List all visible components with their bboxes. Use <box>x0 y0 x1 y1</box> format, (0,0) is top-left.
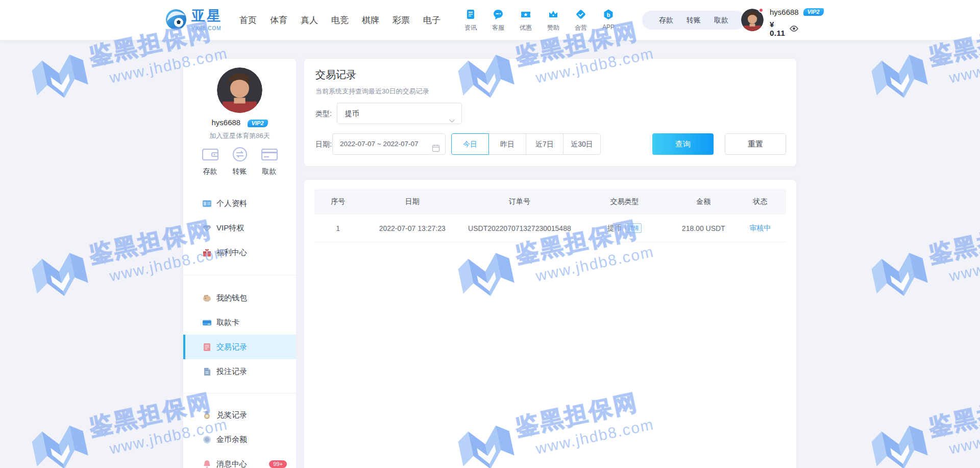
preset-30days[interactable]: 近30日 <box>563 133 601 155</box>
page-title: 交易记录 <box>315 68 356 82</box>
sidebar-item-profile[interactable]: 个人资料 <box>183 191 296 216</box>
preset-today[interactable]: 今日 <box>451 133 489 155</box>
sidebar-item-coin-balance[interactable]: 金币余额 <box>183 427 296 452</box>
profile-name: hys6688 <box>211 118 240 127</box>
sidebar-item-prize-records[interactable]: 兑奖记录 <box>183 403 296 427</box>
handshake-icon <box>575 13 586 21</box>
nav-slots[interactable]: 电子 <box>416 14 447 26</box>
page-subtitle: 当前系统支持查询最近30日的交易记录 <box>315 87 429 96</box>
table-row: 1 2022-07-07 13:27:23 USDT20220707132723… <box>314 215 786 242</box>
service-label: 资讯 <box>458 24 483 32</box>
sponsor-shortcut[interactable]: 赞助 <box>541 0 566 40</box>
card-outline-icon <box>261 155 278 163</box>
sidebar-item-label: 福利中心 <box>216 248 247 258</box>
app-shortcut[interactable]: b APP <box>596 0 621 40</box>
sidebar-menu: 个人资料 VIP特权 福利中心 我的钱包 取款卡 交易记录 <box>183 191 296 468</box>
transfer-link[interactable]: 转账 <box>687 16 701 25</box>
service-shortcuts: 资讯 客服 优惠 赞助 合营 b <box>458 0 624 40</box>
nav-live[interactable]: 真人 <box>294 14 325 26</box>
divider <box>183 393 296 393</box>
type-select[interactable]: 提币 <box>337 103 462 124</box>
sidebar-item-label: 投注记录 <box>216 367 247 377</box>
sidebar-item-messages[interactable]: 消息中心 99+ <box>183 452 296 468</box>
nav-home[interactable]: 首页 <box>233 14 263 26</box>
detail-tag[interactable]: 详情 <box>625 223 642 233</box>
avatar[interactable] <box>217 67 262 113</box>
main-nav: 首页 体育 真人 电竞 棋牌 彩票 电子 <box>233 0 447 40</box>
type-select-value: 提币 <box>345 109 359 118</box>
action-label: 取款 <box>255 167 284 176</box>
nav-cards[interactable]: 棋牌 <box>355 14 386 26</box>
reset-button[interactable]: 重置 <box>725 133 786 155</box>
partner-shortcut[interactable]: 合营 <box>569 0 593 40</box>
col-index: 序号 <box>314 197 361 206</box>
promo-shortcut[interactable]: 优惠 <box>513 0 538 40</box>
vip-badge: VIP2 <box>248 120 268 127</box>
logo-subtitle: YX88.COM <box>191 26 222 31</box>
sidebar-item-vip[interactable]: VIP特权 <box>183 216 296 240</box>
date-range-input[interactable]: 2022-07-07 ~ 2022-07-07 <box>332 133 446 155</box>
nav-sports[interactable]: 体育 <box>263 14 294 26</box>
col-status: 状态 <box>734 197 786 206</box>
sidebar-item-label: VIP特权 <box>216 223 244 233</box>
coupon-icon <box>520 13 531 21</box>
nav-esports[interactable]: 电竞 <box>325 14 355 26</box>
preset-7days[interactable]: 近7日 <box>526 133 564 155</box>
col-amount: 金额 <box>673 197 734 206</box>
query-button[interactable]: 查询 <box>652 133 714 155</box>
sidebar-item-wallet[interactable]: 我的钱包 <box>183 286 296 310</box>
nav-lottery[interactable]: 彩票 <box>386 14 416 26</box>
coin-icon <box>203 435 211 444</box>
site-logo[interactable]: 亚星 YX88.COM <box>165 8 222 33</box>
cell-type: 提币详情 <box>576 223 673 233</box>
sidebar-item-label: 我的钱包 <box>216 293 247 303</box>
chevron-down-icon <box>449 110 455 131</box>
sidebar-item-label: 取款卡 <box>216 318 239 327</box>
vip-badge: VIP2 <box>803 8 824 16</box>
deposit-link[interactable]: 存款 <box>659 16 673 25</box>
message-count-badge: 99+ <box>269 460 287 468</box>
eye-icon[interactable] <box>790 26 798 32</box>
bank-card-icon <box>203 318 211 327</box>
date-range-value: 2022-07-07 ~ 2022-07-07 <box>340 140 419 148</box>
page-body: hys6688 VIP2 加入亚星体育第86天 存款 转账 取款 <box>0 40 980 468</box>
svg-text:b: b <box>607 12 610 18</box>
service-label: 客服 <box>486 24 510 32</box>
calendar-icon <box>432 140 440 160</box>
chat-icon <box>493 13 504 21</box>
sidebar-item-label: 个人资料 <box>216 199 247 208</box>
news-shortcut[interactable]: 资讯 <box>458 0 483 40</box>
notification-dot <box>758 8 764 13</box>
withdraw-action[interactable]: 取款 <box>255 147 284 176</box>
sidebar-item-label: 金币余额 <box>216 435 247 444</box>
transfer-action[interactable]: 转账 <box>225 147 255 176</box>
logo-title: 亚星 <box>191 8 222 24</box>
preset-yesterday[interactable]: 昨日 <box>488 133 526 155</box>
action-label: 存款 <box>195 167 225 176</box>
crown-icon <box>548 13 559 21</box>
sidebar-quick-actions: 存款 转账 取款 <box>183 147 296 176</box>
col-order-no: 订单号 <box>463 197 576 206</box>
username[interactable]: hys6688 <box>770 8 799 16</box>
sidebar-item-welfare[interactable]: 福利中心 <box>183 240 296 265</box>
cell-date: 2022-07-07 13:27:23 <box>361 224 463 232</box>
sidebar-item-bet-records[interactable]: 投注记录 <box>183 359 296 384</box>
results-card: 序号 日期 订单号 交易类型 金额 状态 1 2022-07-07 13:27:… <box>304 180 796 468</box>
sidebar-item-transactions[interactable]: 交易记录 <box>183 335 296 359</box>
deposit-action[interactable]: 存款 <box>195 147 225 176</box>
type-label: 类型: <box>315 103 332 124</box>
cell-index: 1 <box>314 224 361 232</box>
withdraw-link[interactable]: 取款 <box>714 16 728 25</box>
sidebar-item-label: 消息中心 <box>216 459 247 468</box>
gift-icon <box>203 248 211 257</box>
joined-days-text: 加入亚星体育第86天 <box>183 131 296 141</box>
app-icon: b <box>603 13 614 21</box>
customer-service-shortcut[interactable]: 客服 <box>486 0 510 40</box>
cell-order-no: USDT202207071327230015488 <box>463 224 576 232</box>
cell-status[interactable]: 审核中 <box>749 224 771 232</box>
sidebar-item-withdraw-card[interactable]: 取款卡 <box>183 310 296 335</box>
football-logo-icon <box>165 8 187 33</box>
date-label: 日期: <box>315 133 332 155</box>
bell-icon <box>203 460 211 468</box>
transfer-circle-icon <box>232 155 248 163</box>
